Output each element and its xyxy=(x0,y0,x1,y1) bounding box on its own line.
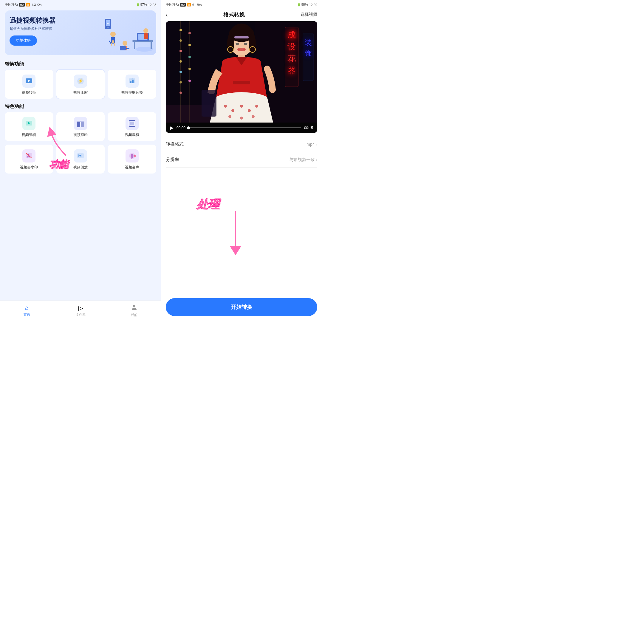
video-player: 成 设 花 器 装 饰 xyxy=(166,21,317,133)
video-crop-label: 视频裁剪 xyxy=(125,132,139,137)
feature-card-video-voice[interactable]: 视频变声 xyxy=(108,145,156,174)
svg-rect-2 xyxy=(134,42,135,49)
play-button[interactable]: ▶ xyxy=(170,125,174,131)
carrier-left: 中国移动 xyxy=(5,2,18,7)
wifi-speed-left: 1.3 K/s xyxy=(31,3,41,7)
status-bar-left: 中国移动 HD 📶 1.3 K/s 🔋97% 12:28 xyxy=(0,0,161,8)
svg-point-6 xyxy=(143,28,148,33)
special-section-title: 特色功能 xyxy=(0,100,161,112)
video-crop-icon xyxy=(126,117,139,130)
svg-point-59 xyxy=(179,39,182,42)
nav-header: ‹ 格式转换 选择视频 xyxy=(161,8,322,21)
video-edit-label: 视频编辑 xyxy=(22,132,36,137)
nav-home[interactable]: ⌂ 首页 xyxy=(18,304,36,317)
svg-marker-27 xyxy=(132,80,134,83)
battery-right: 🔋98% xyxy=(297,3,308,7)
conversion-section-title: 转换功能 xyxy=(0,58,161,70)
svg-point-69 xyxy=(188,68,191,70)
format-chevron-icon: › xyxy=(316,142,317,147)
special-features-row2: 视频去水印 视频倒放 视频变声 xyxy=(0,145,161,174)
start-convert-button[interactable]: 开始转换 xyxy=(166,298,317,316)
settings-area: 转换格式 mp4 › 分辨率 与原视频一致 › xyxy=(161,137,322,168)
feature-card-video-edit[interactable]: 视频编辑 xyxy=(5,112,53,141)
feature-card-video-cut[interactable]: 视频剪辑 xyxy=(56,112,105,141)
time-total: 00:15 xyxy=(304,126,313,130)
svg-rect-94 xyxy=(202,90,216,117)
svg-text:器: 器 xyxy=(287,66,296,75)
feature-card-video-crop[interactable]: 视频裁剪 xyxy=(108,112,156,141)
video-reverse-icon xyxy=(74,149,87,162)
back-button[interactable]: ‹ xyxy=(166,11,168,18)
feature-card-video-reverse[interactable]: 视频倒放 xyxy=(56,145,105,174)
video-edit-icon xyxy=(22,117,35,130)
svg-point-62 xyxy=(179,71,182,73)
banner: 迅捷视频转换器 超值会员体验多种格式转换 立即体验 xyxy=(5,10,156,55)
svg-point-86 xyxy=(224,105,227,108)
svg-rect-32 xyxy=(81,122,84,127)
svg-point-63 xyxy=(179,81,182,83)
svg-rect-7 xyxy=(144,33,148,39)
svg-point-87 xyxy=(231,109,234,112)
video-audio-icon xyxy=(126,75,139,88)
video-watermark-icon xyxy=(22,149,35,162)
feature-card-video-audio[interactable]: 视频提取音频 xyxy=(108,70,156,99)
nav-library[interactable]: ▷ 文件库 xyxy=(72,304,89,317)
resolution-label: 分辨率 xyxy=(166,157,179,162)
video-thumbnail: 成 设 花 器 装 饰 xyxy=(166,21,317,123)
arrow-annotation-right xyxy=(209,209,262,256)
nav-profile[interactable]: 我的 xyxy=(125,304,143,317)
banner-experience-button[interactable]: 立即体验 xyxy=(10,35,37,46)
video-voice-label: 视频变声 xyxy=(125,165,139,170)
resolution-chevron-icon: › xyxy=(316,157,317,162)
svg-point-61 xyxy=(179,60,182,63)
time-right: 12:29 xyxy=(309,3,317,7)
status-bar-right: 中国移动 HD 📶 61 B/s 🔋98% 12:29 xyxy=(161,0,322,8)
video-cut-label: 视频剪辑 xyxy=(73,132,88,137)
svg-point-80 xyxy=(244,42,248,45)
network-left: HD xyxy=(19,3,25,7)
svg-point-60 xyxy=(179,50,182,52)
svg-point-92 xyxy=(240,117,243,120)
svg-point-93 xyxy=(252,115,255,118)
network-right: HD xyxy=(180,3,186,7)
svg-point-91 xyxy=(228,115,231,118)
video-voice-icon xyxy=(126,149,139,162)
banner-illustration xyxy=(103,16,156,55)
annotation-chuli: 处理 xyxy=(197,197,219,212)
svg-text:成: 成 xyxy=(287,30,296,39)
format-setting-row[interactable]: 转换格式 mp4 › xyxy=(166,137,317,152)
feature-card-video-watermark[interactable]: 视频去水印 xyxy=(5,145,53,174)
svg-point-66 xyxy=(188,32,191,34)
svg-point-58 xyxy=(179,29,182,31)
svg-marker-26 xyxy=(130,81,131,83)
time-current: 00:00 xyxy=(177,126,185,130)
svg-point-90 xyxy=(255,105,258,108)
home-icon: ⌂ xyxy=(25,304,29,311)
signal-left: 📶 xyxy=(26,3,30,7)
battery-left: 🔋97% xyxy=(136,3,147,7)
phone-left: 中国移动 HD 📶 1.3 K/s 🔋97% 12:28 迅捷视频转换器 超值会… xyxy=(0,0,161,322)
video-convert-icon xyxy=(22,75,35,88)
progress-bar[interactable] xyxy=(188,127,301,128)
svg-marker-28 xyxy=(131,78,133,78)
time-left: 12:28 xyxy=(148,3,156,7)
svg-point-68 xyxy=(188,56,191,58)
svg-text:设: 设 xyxy=(287,42,296,51)
svg-point-89 xyxy=(248,109,251,112)
nav-library-label: 文件库 xyxy=(76,312,86,317)
svg-rect-33 xyxy=(77,121,84,122)
svg-rect-35 xyxy=(130,122,134,125)
phone-right: 中国移动 HD 📶 61 B/s 🔋98% 12:29 ‹ 格式转换 选择视频 xyxy=(161,0,322,322)
select-video-button[interactable]: 选择视频 xyxy=(301,12,317,17)
feature-card-video-convert[interactable]: 视频转换 xyxy=(5,70,53,99)
video-scene: 成 设 花 器 装 饰 xyxy=(166,21,317,123)
svg-rect-31 xyxy=(77,122,80,127)
svg-point-64 xyxy=(179,92,182,94)
resolution-setting-row[interactable]: 分辨率 与原视频一致 › xyxy=(166,152,317,168)
carrier-right: 中国移动 xyxy=(166,2,179,7)
special-features-row1: 视频编辑 视频剪辑 视频裁剪 xyxy=(0,112,161,141)
svg-point-79 xyxy=(235,42,239,45)
format-value: mp4 › xyxy=(306,142,317,147)
svg-text:花: 花 xyxy=(287,54,296,63)
feature-card-video-compress[interactable]: ⚡ 视频压缩 xyxy=(56,70,105,99)
